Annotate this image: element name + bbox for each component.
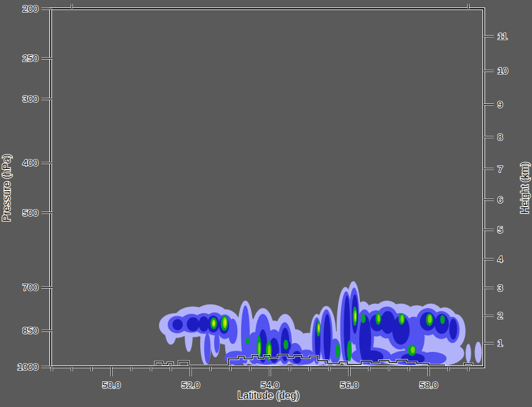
cloud-blob-level-3-dark-blue xyxy=(187,317,199,331)
cloud-blob-level-4-green xyxy=(361,314,366,323)
cloud-blob-level-4-green xyxy=(284,340,289,350)
pressure-tick-label: 400 xyxy=(23,157,38,168)
pressure-tick-label: 700 xyxy=(23,282,38,292)
height-tick-label: 7 xyxy=(498,163,503,174)
pressure-tick-label: 300 xyxy=(23,93,38,104)
latitude-tick-label: 52.0 xyxy=(182,379,200,390)
cloud-blob-level-5-bright-green xyxy=(401,315,404,322)
cloud-blob-level-2-blue xyxy=(204,333,210,364)
cloud-blob-level-5-bright-green xyxy=(428,315,432,323)
cloud-blob-level-3-dark-blue xyxy=(173,319,183,330)
latitude-tick-label: 56.0 xyxy=(340,379,359,390)
height-tick-label: 8 xyxy=(498,131,503,142)
height-tick-label: 3 xyxy=(498,282,503,293)
latitude-tick-label: 58.0 xyxy=(419,379,437,390)
pressure-tick-label: 850 xyxy=(23,325,38,336)
pressure-tick-label: 250 xyxy=(23,53,38,63)
cloud-blob-level-5-bright-green xyxy=(411,346,414,353)
cloud-blob-level-3-dark-blue xyxy=(449,319,458,340)
cloud-blob-level-5-bright-green xyxy=(258,343,260,355)
height-tick-label: 6 xyxy=(498,194,503,205)
cloud-blob-level-1-pale-blue xyxy=(474,342,481,363)
cloud-blob-level-5-bright-green xyxy=(377,314,380,322)
cloud-blob-level-6-yellow-core xyxy=(213,321,215,326)
cloud-blob-level-4-green xyxy=(440,315,445,324)
cloud-contours xyxy=(159,281,482,366)
contour-plot-svg: 2002503004005007008501000123456789101150… xyxy=(0,0,532,407)
latitude-tick-label: 50.0 xyxy=(102,379,120,390)
height-tick-label: 2 xyxy=(498,310,503,321)
height-tick-label: 11 xyxy=(498,31,508,41)
height-tick-label: 9 xyxy=(498,99,503,110)
x-axis-title: Latitude (deg) xyxy=(238,390,300,401)
height-tick-label: 10 xyxy=(498,65,508,76)
cloud-blob-level-6-yellow-core xyxy=(224,319,227,326)
pressure-tick-label: 200 xyxy=(23,3,38,14)
pressure-tick-label: 500 xyxy=(23,207,38,218)
cloud-blob-level-6-yellow-core xyxy=(318,325,319,330)
pressure-tick-label: 1000 xyxy=(18,361,38,372)
cloud-blob-level-4-green xyxy=(245,338,250,344)
cloud-blob-level-6-yellow-core xyxy=(355,313,356,319)
cloud-blob-level-4-green xyxy=(347,341,352,361)
y-axis-title-right: Height (km) xyxy=(519,162,530,214)
height-tick-label: 4 xyxy=(498,254,503,264)
height-tick-label: 1 xyxy=(498,337,503,348)
cloud-blob-level-2-blue xyxy=(228,319,237,344)
cloud-blob-level-4-green xyxy=(335,344,339,359)
latitude-tick-label: 54.0 xyxy=(261,379,279,390)
height-tick-label: 5 xyxy=(498,224,503,235)
cloud-blob-level-2-blue xyxy=(214,332,220,353)
cloud-blob-level-3-dark-blue xyxy=(324,314,330,363)
y-axis-title-left: Pressure (hPa) xyxy=(1,154,12,222)
cloud-blob-level-1-pale-blue xyxy=(466,344,471,363)
figure-canvas: 2002503004005007008501000123456789101150… xyxy=(0,0,532,407)
